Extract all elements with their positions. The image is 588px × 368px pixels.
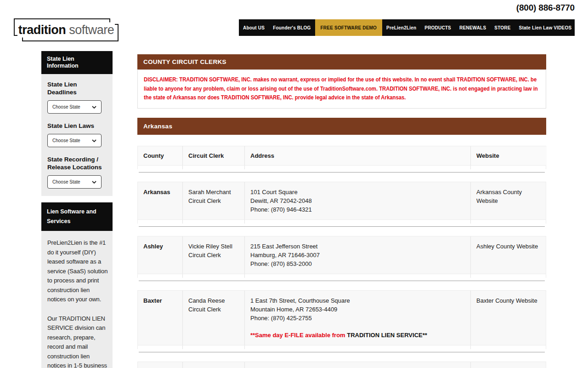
chevron-down-icon: [92, 181, 96, 184]
main-navigation: About US Founder's BLOG FREE SOFTWARE DE…: [239, 19, 575, 36]
sidebar-services-text: PreLien2Lien is the #1 do it yourself (D…: [41, 231, 113, 368]
state-lien-deadlines-select[interactable]: Choose State: [47, 100, 102, 114]
clerk-title: Circuit Clerk: [188, 251, 239, 259]
sidebar-group-laws: State Lien Laws Choose State: [47, 122, 107, 147]
state-recording-release-select[interactable]: Choose State: [47, 175, 102, 189]
address-phone: Phone: (870) 425-2755: [250, 314, 465, 322]
website-cell: Arkansas County Website: [471, 182, 547, 219]
sidebar-title-lien-software-services: Lien Software and Services: [41, 202, 113, 231]
address-cell: 101 Court Square Dewitt, AR 72042-2048 P…: [245, 182, 471, 219]
county-cell: Arkansas: [138, 182, 183, 219]
state-lien-laws-select[interactable]: Choose State: [47, 134, 102, 147]
nav-item-founders-blog[interactable]: Founder's BLOG: [269, 19, 315, 36]
county-website-link[interactable]: Baxter County Website: [476, 297, 537, 304]
state-recording-release-label: State Recording / Release Locations: [47, 155, 107, 171]
page-title: COUNTY CIRCUIT CLERKS: [137, 54, 546, 69]
logo-text-light: software: [69, 23, 114, 37]
column-header-county: County: [138, 146, 183, 165]
county-website-link[interactable]: Ashley County Website: [476, 243, 538, 250]
main-content: COUNTY CIRCUIT CLERKS DISCLAIMER: TRADIT…: [137, 54, 546, 368]
address-phone: Phone: (870) 853-2000: [250, 259, 465, 268]
column-header-website: Website: [471, 146, 547, 165]
select-value: Choose State: [52, 138, 80, 143]
address-line-1: 1 East 7th Street, Courthouse Square: [250, 296, 465, 305]
sidebar-group-deadlines: State Lien Deadlines Choose State: [47, 80, 107, 114]
county-cell: Benton: [138, 362, 183, 368]
website-cell: Benton County website: [471, 362, 547, 368]
row-separator: [139, 226, 545, 227]
table-row: Arkansas Sarah Merchant Circuit Clerk 10…: [137, 182, 546, 220]
phone-number: (800) 886-8770: [516, 3, 575, 13]
efile-note-red: **Same day E-FILE available from: [250, 332, 347, 339]
clerks-table: County Circuit Clerk Address Website Ark…: [137, 146, 546, 368]
address-line-1: 101 Court Square: [250, 188, 465, 196]
logo-text: tradition software: [17, 23, 115, 38]
state-section-title: Arkansas: [137, 118, 546, 135]
efile-note-black: TRADITION LIEN SERVICE**: [347, 332, 427, 339]
clerk-title: Circuit Clerk: [188, 196, 239, 205]
nav-item-about-us[interactable]: About US: [239, 19, 269, 36]
table-divider: [137, 274, 546, 278]
table-header-row: County Circuit Clerk Address Website: [137, 146, 546, 166]
clerk-name: Canda Reese: [188, 296, 239, 305]
state-lien-deadlines-label: State Lien Deadlines: [47, 80, 107, 96]
nav-item-free-software-demo[interactable]: FREE SOFTWARE DEMO: [315, 19, 383, 36]
state-lien-laws-label: State Lien Laws: [47, 122, 107, 130]
sidebar-title-state-lien-information: State Lien Information: [41, 51, 113, 74]
logo-text-bold: tradition: [18, 23, 66, 37]
address-line-2: Mountain Home, AR 72653-4409: [250, 305, 465, 314]
column-header-address: Address: [245, 146, 471, 165]
chevron-down-icon: [92, 139, 96, 142]
table-divider: [137, 345, 546, 349]
clerk-cell: Benda DeShields: [183, 362, 245, 368]
clerk-cell: Vickie Riley Stell Circuit Clerk: [183, 236, 245, 274]
sidebar-group-recording: State Recording / Release Locations Choo…: [47, 155, 107, 189]
services-paragraph-1: PreLien2Lien is the #1 do it yourself (D…: [47, 238, 108, 305]
nav-item-store[interactable]: STORE: [490, 19, 514, 36]
column-header-circuit-clerk: Circuit Clerk: [183, 146, 245, 165]
address-cell: 215 East Jefferson Street Hamburg, AR 71…: [245, 236, 471, 274]
chevron-down-icon: [92, 106, 96, 109]
clerk-title: Circuit Clerk: [188, 305, 239, 314]
address-line-1: 215 East Jefferson Street: [250, 242, 465, 251]
address-cell: 215 East Central Avenue: [245, 362, 471, 368]
nav-item-prelien2lien[interactable]: PreLien2Lien: [382, 19, 420, 36]
clerk-cell: Canda Reese Circuit Clerk: [183, 291, 245, 345]
services-paragraph-2: Our TRADITION LIEN SERVICE division can …: [47, 314, 108, 368]
clerk-name: Sarah Merchant: [188, 188, 239, 196]
disclaimer-text: DISCLAIMER: TRADITION SOFTWARE, INC. mak…: [144, 75, 543, 102]
sidebar: State Lien Information State Lien Deadli…: [41, 51, 113, 368]
select-value: Choose State: [52, 104, 80, 109]
row-separator: [139, 172, 545, 172]
row-separator: [139, 281, 545, 281]
nav-item-state-lien-law-videos[interactable]: State Lien Law VIDEOS: [515, 19, 576, 36]
nav-item-products[interactable]: PRODUCTS: [420, 19, 455, 36]
address-line-2: Dewitt, AR 72042-2048: [250, 196, 465, 205]
nav-item-renewals[interactable]: RENEWALS: [455, 19, 490, 36]
website-cell: Ashley County Website: [471, 236, 547, 274]
website-cell: Baxter County Website: [471, 291, 547, 345]
table-row: Baxter Canda Reese Circuit Clerk 1 East …: [137, 290, 546, 345]
table-divider: [137, 166, 546, 169]
row-separator: [139, 352, 545, 352]
clerk-cell: Sarah Merchant Circuit Clerk: [183, 182, 245, 219]
table-divider: [137, 220, 546, 224]
table-row: Ashley Vickie Riley Stell Circuit Clerk …: [137, 236, 546, 274]
address-phone: Phone: (870) 946-4321: [250, 205, 465, 214]
county-website-link[interactable]: Arkansas County Website: [476, 189, 522, 204]
county-cell: Ashley: [138, 236, 183, 274]
efile-note: **Same day E-FILE available from TRADITI…: [250, 331, 465, 339]
address-cell: 1 East 7th Street, Courthouse Square Mou…: [245, 291, 471, 345]
logo[interactable]: tradition software: [14, 18, 119, 41]
clerk-name: Vickie Riley Stell: [188, 242, 239, 251]
county-cell: Baxter: [138, 291, 183, 345]
table-row: Benton Benda DeShields 215 East Central …: [137, 362, 546, 368]
disclaimer-box: DISCLAIMER: TRADITION SOFTWARE, INC. mak…: [137, 69, 546, 109]
select-value: Choose State: [52, 179, 80, 184]
address-line-2: Hamburg, AR 71646-3007: [250, 251, 465, 259]
sidebar-state-lien-section: State Lien Deadlines Choose State State …: [41, 74, 113, 196]
